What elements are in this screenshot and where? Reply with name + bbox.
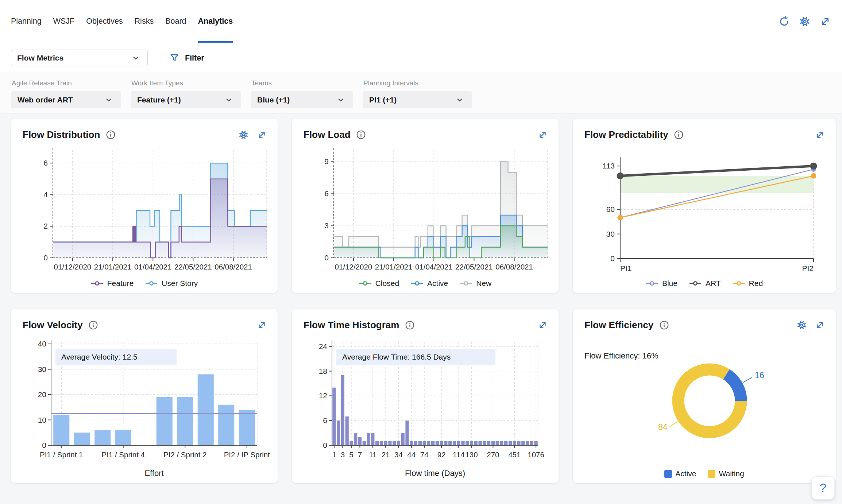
- legend-label: Waiting: [719, 469, 744, 478]
- svg-text:Average Flow Time: 166.5 Days: Average Flow Time: 166.5 Days: [342, 353, 451, 361]
- svg-text:114: 114: [453, 450, 465, 459]
- flow-predictability-legend: BlueARTRed: [573, 279, 836, 288]
- card-title: Flow Velocity: [23, 319, 83, 331]
- card-expand-icon[interactable]: [814, 129, 826, 140]
- svg-text:60: 60: [606, 205, 615, 213]
- legend-item-active[interactable]: Active: [664, 469, 696, 478]
- legend-label: Blue: [662, 279, 677, 288]
- svg-text:74: 74: [420, 450, 429, 459]
- line-marker-icon: [411, 280, 424, 286]
- svg-text:7: 7: [358, 450, 362, 459]
- filter-dropdown-planning-intervals[interactable]: PI1 (+1): [363, 91, 472, 108]
- card-gear-icon[interactable]: [796, 319, 807, 331]
- card-title: Flow Efficiency: [584, 319, 653, 331]
- card-expand-icon[interactable]: [537, 319, 548, 331]
- info-icon[interactable]: [355, 129, 367, 140]
- svg-text:01/12/2020: 01/12/2020: [335, 263, 372, 271]
- chevron-down-icon: [335, 94, 347, 106]
- line-marker-icon: [359, 280, 372, 286]
- legend-item-new[interactable]: New: [460, 279, 491, 288]
- filter-label: Agile Release Train: [12, 79, 121, 87]
- svg-text:01/04/2021: 01/04/2021: [134, 263, 172, 271]
- svg-text:Effort: Effort: [144, 469, 163, 478]
- svg-text:24: 24: [319, 342, 328, 350]
- legend-item-closed[interactable]: Closed: [359, 279, 399, 288]
- info-icon[interactable]: [673, 129, 685, 140]
- svg-text:22/05/2021: 22/05/2021: [174, 263, 212, 271]
- svg-text:113: 113: [603, 162, 615, 170]
- info-icon[interactable]: [105, 129, 116, 140]
- svg-text:10: 10: [38, 416, 46, 424]
- info-icon[interactable]: [88, 319, 99, 331]
- filter-button[interactable]: Filter: [169, 52, 204, 64]
- flow-load-legend: ClosedActiveNew: [292, 279, 559, 288]
- funnel-icon: [169, 52, 180, 64]
- card-gear-icon[interactable]: [237, 129, 249, 140]
- svg-text:6: 6: [43, 159, 48, 167]
- nav-tab-wsjf[interactable]: WSJF: [53, 0, 75, 43]
- filter-dropdown-work-item-types[interactable]: Feature (+1): [131, 91, 241, 108]
- legend-item-waiting[interactable]: Waiting: [708, 469, 744, 478]
- card-flow-predictability: Flow Predictability 03060113PI1PI2 BlueA…: [573, 119, 836, 293]
- svg-text:01/04/2021: 01/04/2021: [415, 263, 453, 271]
- filter-dropdown-teams[interactable]: Blue (+1): [251, 91, 353, 108]
- legend-item-active[interactable]: Active: [411, 279, 448, 288]
- legend-label: New: [476, 279, 491, 288]
- svg-text:2: 2: [43, 222, 48, 230]
- legend-item-blue[interactable]: Blue: [646, 279, 677, 288]
- flow-velocity-chart: 010203040PI1 / Sprint 1PI1 / Sprint 4PI2…: [16, 336, 272, 482]
- svg-text:Flow time (Days): Flow time (Days): [405, 469, 465, 478]
- swatch-icon: [664, 470, 672, 478]
- charts-grid: Flow Distribution 024601/12/202021/01/20…: [11, 119, 836, 483]
- svg-text:PI2 / Sprint 2: PI2 / Sprint 2: [163, 450, 207, 459]
- svg-text:12: 12: [319, 391, 327, 400]
- chevron-down-icon: [454, 94, 466, 106]
- svg-text:0: 0: [323, 441, 327, 449]
- svg-text:06/08/2021: 06/08/2021: [495, 263, 533, 271]
- nav-tab-risks[interactable]: Risks: [135, 0, 154, 43]
- legend-item-user-story[interactable]: User Story: [145, 279, 198, 288]
- filters-row: Agile Release TrainWeb order ARTWork Ite…: [0, 73, 842, 113]
- svg-text:11: 11: [369, 450, 376, 459]
- filter-label: Filter: [185, 54, 204, 63]
- card-expand-icon[interactable]: [537, 129, 548, 140]
- filter-value: Web order ART: [18, 96, 73, 104]
- nav-tab-objectives[interactable]: Objectives: [86, 0, 123, 43]
- svg-text:01/12/2020: 01/12/2020: [54, 263, 92, 271]
- legend-item-feature[interactable]: Feature: [91, 279, 134, 288]
- card-expand-icon[interactable]: [814, 319, 826, 331]
- chevron-down-icon: [103, 94, 115, 106]
- nav-tab-board[interactable]: Board: [165, 0, 186, 43]
- svg-text:44: 44: [407, 450, 416, 459]
- card-title: Flow Distribution: [23, 129, 100, 140]
- svg-text:0: 0: [42, 441, 46, 449]
- line-marker-icon: [460, 280, 473, 286]
- swatch-icon: [708, 470, 715, 478]
- legend-item-art[interactable]: ART: [689, 279, 721, 288]
- filter-group: Agile Release TrainWeb order ART: [11, 78, 121, 113]
- expand-icon[interactable]: [819, 16, 831, 27]
- nav-tab-planning[interactable]: Planning: [11, 0, 42, 43]
- nav-tab-analytics[interactable]: Analytics: [198, 0, 233, 43]
- svg-text:92: 92: [437, 450, 446, 459]
- flow-load-chart: 036901/12/202021/01/202101/04/202122/05/…: [297, 146, 553, 291]
- legend-label: Active: [675, 469, 696, 478]
- card-expand-icon[interactable]: [256, 129, 267, 140]
- gear-icon[interactable]: [799, 16, 811, 27]
- line-marker-icon: [733, 280, 746, 286]
- legend-label: Active: [427, 279, 448, 288]
- svg-text:4: 4: [43, 190, 48, 199]
- svg-text:PI1: PI1: [620, 264, 632, 272]
- legend-item-red[interactable]: Red: [733, 279, 763, 288]
- info-icon[interactable]: [404, 319, 416, 331]
- info-icon[interactable]: [658, 319, 670, 331]
- svg-text:21: 21: [382, 450, 390, 459]
- card-expand-icon[interactable]: [256, 319, 267, 331]
- svg-text:16: 16: [755, 371, 764, 380]
- metrics-view-select[interactable]: Flow Metrics: [11, 50, 148, 66]
- filter-value: PI1 (+1): [369, 96, 397, 104]
- help-button[interactable]: ?: [811, 476, 835, 500]
- chevron-down-icon: [223, 94, 235, 106]
- refresh-icon[interactable]: [779, 16, 790, 27]
- filter-dropdown-agile-release-train[interactable]: Web order ART: [11, 91, 121, 108]
